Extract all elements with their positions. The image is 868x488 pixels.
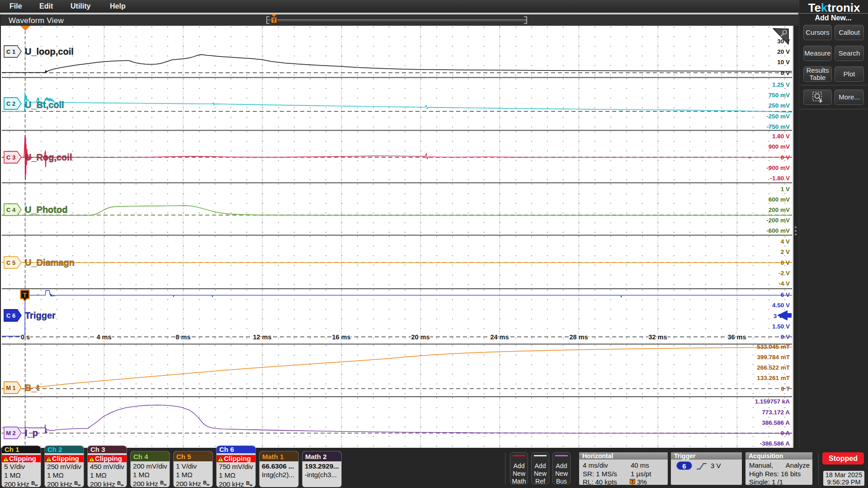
svg-text:C 2: C 2 <box>6 100 15 107</box>
svg-text:T: T <box>631 479 634 484</box>
svg-text:B_t: B_t <box>25 383 40 393</box>
svg-text:266.522 mT: 266.522 mT <box>757 364 790 371</box>
svg-text:-900 mV: -900 mV <box>766 164 790 171</box>
svg-text:-386.586 A: -386.586 A <box>760 440 790 447</box>
svg-text:10 V: 10 V <box>777 59 790 66</box>
svg-text:0 V: 0 V <box>781 259 790 266</box>
svg-text:U_Diamagn: U_Diamagn <box>25 258 75 267</box>
svg-text:M 2: M 2 <box>6 430 16 436</box>
svg-text:0 s: 0 s <box>21 333 30 341</box>
svg-text:4 V: 4 V <box>781 238 790 245</box>
svg-text:1.25 V: 1.25 V <box>772 81 790 88</box>
svg-text:1.80 V: 1.80 V <box>772 133 790 140</box>
svg-text:-600 mV: -600 mV <box>766 227 790 234</box>
svg-text:36 ms: 36 ms <box>727 333 746 341</box>
svg-text:6 V: 6 V <box>781 291 790 298</box>
svg-text:0 T: 0 T <box>781 385 790 392</box>
svg-text:20 V: 20 V <box>777 48 790 55</box>
svg-text:I_p: I_p <box>25 428 38 438</box>
svg-text:U_loop,coil: U_loop,coil <box>25 47 74 56</box>
svg-text:T: T <box>23 291 27 299</box>
svg-text:-750 mV: -750 mV <box>766 123 790 130</box>
svg-text:0 V: 0 V <box>781 333 790 340</box>
svg-text:32 ms: 32 ms <box>648 333 667 341</box>
svg-text:U_Photod: U_Photod <box>25 205 67 215</box>
svg-text:200 mV: 200 mV <box>769 206 790 213</box>
svg-text:C 1: C 1 <box>6 48 15 55</box>
svg-text:-200 mV: -200 mV <box>766 217 790 224</box>
svg-text:U_Rog,coil: U_Rog,coil <box>25 152 72 162</box>
svg-text:1.50 V: 1.50 V <box>772 323 790 330</box>
svg-text:773.172 A: 773.172 A <box>762 409 790 416</box>
svg-text:1 V: 1 V <box>781 186 790 192</box>
svg-text:399.784 mT: 399.784 mT <box>757 354 790 361</box>
svg-text:U_Bt,coil: U_Bt,coil <box>25 100 64 110</box>
svg-text:C 5: C 5 <box>6 259 15 266</box>
svg-text:0 A: 0 A <box>780 430 790 436</box>
svg-text:133.261 mT: 133.261 mT <box>757 375 790 381</box>
svg-text:T: T <box>273 18 276 23</box>
svg-text:28 ms: 28 ms <box>569 333 588 341</box>
svg-text:2 V: 2 V <box>781 249 790 255</box>
svg-text:250 mV: 250 mV <box>769 102 790 109</box>
svg-text:C 4: C 4 <box>6 206 16 213</box>
svg-text:900 mV: 900 mV <box>769 143 790 150</box>
svg-text:M 1: M 1 <box>6 385 16 391</box>
svg-text:1.159757 kA: 1.159757 kA <box>755 398 790 405</box>
svg-text:8 ms: 8 ms <box>175 333 190 341</box>
svg-text:12 ms: 12 ms <box>253 333 271 341</box>
svg-text:C 6: C 6 <box>6 312 15 319</box>
svg-text:750 mV: 750 mV <box>769 92 790 99</box>
svg-text:20 ms: 20 ms <box>411 333 429 341</box>
svg-text:600 mV: 600 mV <box>769 196 790 203</box>
svg-text:4.50 V: 4.50 V <box>772 302 790 309</box>
svg-text:-1.80 V: -1.80 V <box>770 175 790 182</box>
svg-text:533.045 mT: 533.045 mT <box>757 343 790 350</box>
svg-text:C 3: C 3 <box>6 154 15 161</box>
svg-text:0 V: 0 V <box>781 154 790 161</box>
svg-text:24 ms: 24 ms <box>490 333 509 341</box>
svg-text:-250 mV: -250 mV <box>766 113 790 120</box>
svg-text:4 ms: 4 ms <box>96 333 111 341</box>
svg-text:0 V: 0 V <box>781 70 790 76</box>
svg-text:386.586 A: 386.586 A <box>762 419 790 426</box>
svg-text:16 ms: 16 ms <box>332 333 350 341</box>
svg-text:-2 V: -2 V <box>778 270 790 277</box>
svg-text:Trigger: Trigger <box>25 310 56 320</box>
svg-text:-4 V: -4 V <box>778 280 790 287</box>
